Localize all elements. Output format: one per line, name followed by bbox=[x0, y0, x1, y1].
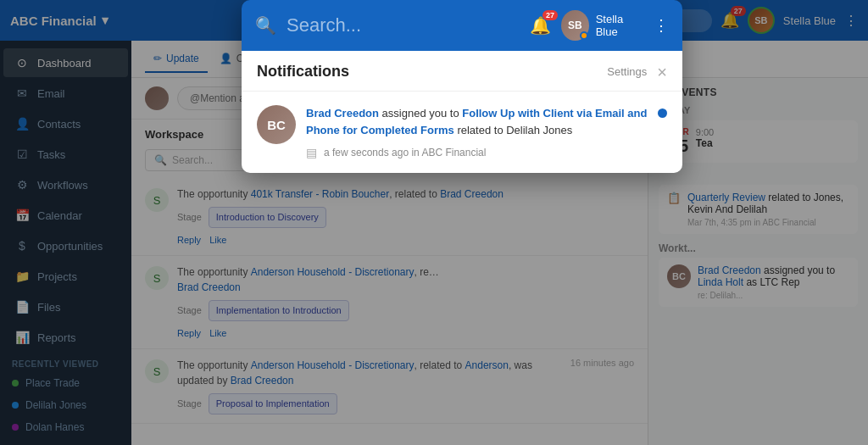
popup-search-input[interactable] bbox=[287, 14, 520, 36]
notifications-title: Notifications bbox=[257, 63, 349, 81]
notifications-panel: Notifications Settings × BC Brad Creedon… bbox=[242, 51, 682, 173]
popup-search-icon: 🔍 bbox=[255, 15, 276, 36]
popup-menu-dots[interactable]: ⋮ bbox=[654, 16, 669, 35]
popup-user-avatar[interactable]: SB bbox=[561, 10, 589, 41]
popup-search-bar: 🔍 🔔 27 SB Stella Blue ⋮ bbox=[242, 0, 682, 51]
notifications-header-right: Settings × bbox=[607, 64, 667, 81]
popup-user-name: Stella Blue bbox=[596, 13, 643, 38]
notifications-close-btn[interactable]: × bbox=[657, 64, 667, 81]
notification-time-icon: ▤ bbox=[306, 146, 317, 159]
notification-item-1: BC Brad Creedon assigned you to Follow U… bbox=[242, 92, 682, 173]
popup-container: 🔍 🔔 27 SB Stella Blue ⋮ Notifications Se… bbox=[242, 0, 682, 173]
notifications-header: Notifications Settings × bbox=[242, 51, 682, 92]
popup-notif-count: 27 bbox=[542, 10, 558, 20]
app-container: ABC Financial ▾ 🔍 🔔 27 SB Stella Bl bbox=[0, 0, 868, 445]
notification-meta: ▤ a few seconds ago in ABC Financial bbox=[306, 146, 648, 159]
online-status-dot bbox=[580, 31, 588, 40]
notification-time: a few seconds ago in ABC Financial bbox=[324, 147, 486, 159]
notification-unread-dot bbox=[658, 108, 667, 118]
notification-sender-avatar: BC bbox=[257, 105, 296, 144]
notifications-settings-btn[interactable]: Settings bbox=[607, 65, 647, 78]
notification-content: Brad Creedon assigned you to Follow Up w… bbox=[306, 105, 648, 159]
popup-notification-bell[interactable]: 🔔 27 bbox=[530, 15, 551, 36]
notification-sender-link[interactable]: Brad Creedon bbox=[306, 107, 379, 120]
popup-user-area: SB Stella Blue bbox=[561, 10, 643, 41]
notification-text: Brad Creedon assigned you to Follow Up w… bbox=[306, 105, 648, 139]
